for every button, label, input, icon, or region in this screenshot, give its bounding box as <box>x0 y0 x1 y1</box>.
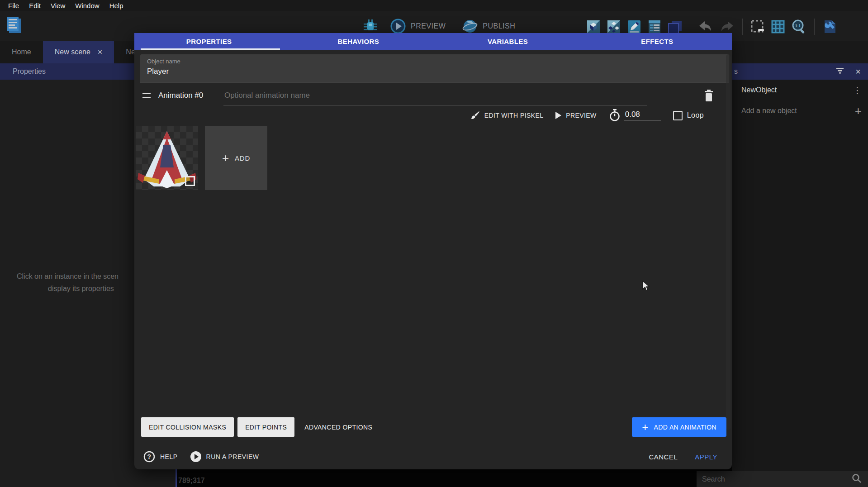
add-icon: + <box>855 104 862 118</box>
add-icon: + <box>642 422 648 433</box>
toolbar-separator <box>690 19 690 35</box>
edit-with-piskel-button[interactable]: EDIT WITH PISKEL <box>470 110 544 120</box>
add-new-object-label: Add a new object <box>741 107 855 115</box>
play-icon <box>555 112 561 119</box>
apply-button[interactable]: APPLY <box>695 453 717 461</box>
more-options-icon[interactable]: ⋮ <box>853 85 862 95</box>
svg-text:1:1: 1:1 <box>795 24 801 28</box>
objects-panel-header: s × <box>732 63 868 80</box>
loop-checkbox[interactable] <box>673 111 683 120</box>
properties-panel-title: Properties <box>13 67 46 76</box>
tab-new-scene[interactable]: New scene × <box>43 41 114 63</box>
menu-help[interactable]: Help <box>104 1 128 10</box>
properties-empty-text-line2: display its properties <box>48 285 114 293</box>
zoom-1-1-icon[interactable]: 1:1 <box>791 19 807 35</box>
objects-search-bar[interactable]: Search <box>697 471 868 487</box>
menu-file[interactable]: File <box>3 1 24 10</box>
dialog-tab-variables[interactable]: VARIABLES <box>433 33 583 50</box>
toolbar-separator <box>814 19 815 35</box>
clear-selection-icon[interactable] <box>750 19 765 34</box>
run-a-preview-button[interactable]: RUN A PREVIEW <box>190 451 259 462</box>
advanced-options-button[interactable]: ADVANCED OPTIONS <box>298 424 379 431</box>
toolbar-separator <box>742 19 743 35</box>
delete-animation-button[interactable] <box>702 89 716 103</box>
publish-button[interactable]: PUBLISH <box>483 22 515 30</box>
object-list-item[interactable]: NewObject ⋮ <box>732 80 868 100</box>
trash-icon <box>703 90 714 102</box>
help-button[interactable]: ? HELP <box>143 451 178 463</box>
edit-with-piskel-label: EDIT WITH PISKEL <box>484 112 544 119</box>
objects-panel-title: s <box>734 67 738 76</box>
search-input[interactable]: Search <box>702 475 852 483</box>
cancel-button[interactable]: CANCEL <box>649 453 678 461</box>
cursor-coordinates: 789;317 <box>178 477 205 485</box>
dialog-footer-left: ? HELP RUN A PREVIEW <box>143 446 259 468</box>
add-frame-button[interactable]: + ADD <box>205 126 267 190</box>
objects-group-icon[interactable] <box>606 19 621 34</box>
stopwatch-icon <box>609 109 621 122</box>
object-editor-dialog: PROPERTIES BEHAVIORS VARIABLES EFFECTS O… <box>134 33 732 469</box>
help-label: HELP <box>160 453 178 460</box>
object-name-label: NewObject <box>741 86 853 94</box>
animation-preview-label: PREVIEW <box>566 112 596 119</box>
edit-scene-icon[interactable] <box>626 19 642 34</box>
publish-planet-icon[interactable] <box>462 18 478 34</box>
menu-view[interactable]: View <box>46 1 70 10</box>
loop-toggle[interactable]: Loop <box>673 111 704 120</box>
dialog-tab-properties[interactable]: PROPERTIES <box>134 33 284 50</box>
dialog-tab-bar: PROPERTIES BEHAVIORS VARIABLES EFFECTS <box>134 33 732 50</box>
add-an-animation-button[interactable]: + ADD AN ANIMATION <box>632 417 726 437</box>
edit-collision-masks-button[interactable]: EDIT COLLISION MASKS <box>141 417 234 437</box>
edit-points-button[interactable]: EDIT POINTS <box>237 417 294 437</box>
menu-bar: File Edit View Window Help <box>0 0 868 11</box>
add-object-icon[interactable] <box>586 19 601 34</box>
mouse-cursor <box>641 281 650 293</box>
preview-play-icon[interactable] <box>390 18 406 34</box>
dialog-tab-behaviors[interactable]: BEHAVIORS <box>284 33 433 50</box>
object-name-field-value[interactable]: Player <box>147 67 729 76</box>
animation-preview-button[interactable]: PREVIEW <box>555 112 596 119</box>
close-panel-icon[interactable]: × <box>855 67 861 77</box>
properties-list-icon[interactable] <box>647 19 662 34</box>
dialog-tab-effects[interactable]: EFFECTS <box>583 33 732 50</box>
dialog-footer-right: CANCEL APPLY <box>649 446 717 468</box>
help-icon: ? <box>143 451 155 463</box>
tab-home[interactable]: Home <box>0 41 43 63</box>
animation-tools-row: EDIT WITH PISKEL PREVIEW 0.08 Loop <box>470 106 704 124</box>
drag-handle-icon[interactable] <box>142 93 151 98</box>
preview-button[interactable]: PREVIEW <box>411 22 446 30</box>
frame-select-checkbox[interactable] <box>185 176 195 186</box>
redo-icon[interactable] <box>719 19 735 34</box>
dialog-scrollbar[interactable] <box>726 54 730 430</box>
menu-window[interactable]: Window <box>70 1 104 10</box>
animation-name-input[interactable]: Optional animation name <box>224 91 310 100</box>
add-icon: + <box>222 152 229 164</box>
tab-new-scene-label: New scene <box>55 48 90 56</box>
animation-header-row: Animation #0 Optional animation name <box>142 86 723 106</box>
layers-icon[interactable] <box>667 19 683 34</box>
undo-icon[interactable] <box>697 19 714 34</box>
add-frame-label: ADD <box>235 154 250 162</box>
svg-text:?: ? <box>147 453 151 460</box>
setup-grid-wrench-icon[interactable] <box>822 19 837 34</box>
run-a-preview-label: RUN A PREVIEW <box>206 453 259 460</box>
add-new-object-row[interactable]: Add a new object + <box>732 100 868 121</box>
sprite-frame-thumbnail[interactable] <box>136 126 198 190</box>
grid-icon[interactable] <box>770 19 786 34</box>
object-name-field-label: Object name <box>147 58 729 65</box>
time-between-frames-field[interactable]: 0.08 <box>609 109 661 122</box>
debugger-icon[interactable] <box>362 18 379 35</box>
search-icon <box>852 473 862 485</box>
object-name-field[interactable]: Object name Player <box>140 54 729 82</box>
time-between-frames-value[interactable]: 0.08 <box>624 110 661 121</box>
play-circle-icon <box>190 451 201 462</box>
tab-close-icon[interactable]: × <box>98 48 103 56</box>
tab-home-label: Home <box>12 48 31 56</box>
menu-edit[interactable]: Edit <box>24 1 46 10</box>
loop-label: Loop <box>687 111 704 119</box>
objects-panel: s × NewObject ⋮ Add a new object + <box>732 63 868 487</box>
properties-empty-text-line1: Click on an instance in the scen <box>17 272 119 281</box>
add-an-animation-label: ADD AN ANIMATION <box>654 424 716 431</box>
project-manager-icon[interactable] <box>5 16 23 35</box>
filter-icon[interactable] <box>835 67 844 76</box>
